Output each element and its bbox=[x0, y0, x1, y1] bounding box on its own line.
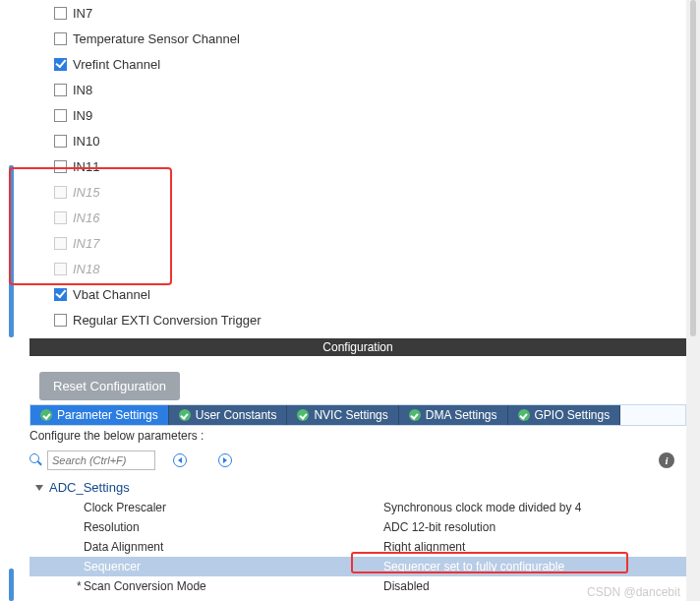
checkbox bbox=[54, 186, 67, 199]
tab-user-constants[interactable]: User Constants bbox=[169, 405, 288, 425]
channel-item: IN16 bbox=[54, 205, 686, 230]
channel-item: IN18 bbox=[54, 256, 686, 281]
tab-label: NVIC Settings bbox=[314, 408, 387, 422]
tree-node-label: ADC_Settings bbox=[49, 480, 130, 495]
modified-star-icon: * bbox=[77, 579, 82, 593]
channel-label: IN18 bbox=[73, 262, 99, 276]
checkbox bbox=[54, 237, 67, 250]
channel-label: IN7 bbox=[73, 6, 92, 21]
channel-item: IN9 bbox=[54, 102, 686, 128]
left-marker-1 bbox=[9, 165, 14, 337]
param-label: Sequencer bbox=[29, 560, 383, 573]
param-value: Right alignment bbox=[383, 540, 686, 554]
tab-label: DMA Settings bbox=[426, 408, 497, 422]
info-icon[interactable]: i bbox=[659, 452, 674, 468]
search-row: i bbox=[29, 451, 686, 470]
configuration-header: Configuration bbox=[29, 338, 686, 356]
configure-hint: Configure the below parameters : bbox=[29, 429, 204, 443]
param-row[interactable]: SequencerSequencer set to fully configur… bbox=[29, 557, 686, 576]
left-marker-2 bbox=[9, 569, 14, 601]
search-prev-button[interactable] bbox=[173, 453, 187, 467]
channel-label: IN17 bbox=[73, 236, 99, 251]
scrollbar-track[interactable] bbox=[686, 0, 700, 601]
channel-label: Vrefint Channel bbox=[73, 57, 160, 72]
channel-item: IN10 bbox=[54, 128, 686, 153]
channel-item: Regular EXTI Conversion Trigger bbox=[54, 307, 686, 332]
tab-label: Parameter Settings bbox=[57, 408, 158, 422]
checkbox[interactable] bbox=[54, 135, 67, 148]
param-row[interactable]: ResolutionADC 12-bit resolution bbox=[29, 517, 686, 537]
check-icon bbox=[40, 409, 52, 421]
channel-label: IN11 bbox=[73, 159, 99, 174]
reset-configuration-button[interactable]: Reset Configuration bbox=[39, 372, 180, 400]
checkbox[interactable] bbox=[54, 288, 67, 301]
channel-item: IN8 bbox=[54, 77, 686, 102]
channel-label: IN15 bbox=[73, 185, 99, 200]
param-value: Synchronous clock mode divided by 4 bbox=[383, 501, 686, 514]
checkbox bbox=[54, 263, 67, 275]
search-next-button[interactable] bbox=[218, 453, 232, 467]
channel-item: IN7 bbox=[54, 0, 686, 26]
param-row[interactable]: Data AlignmentRight alignment bbox=[29, 537, 686, 557]
check-icon bbox=[409, 409, 421, 421]
tab-parameter-settings[interactable]: Parameter Settings bbox=[30, 405, 169, 425]
channel-label: IN16 bbox=[73, 210, 99, 225]
tree-node-adc-settings[interactable]: ADC_Settings bbox=[29, 477, 686, 498]
channel-item: Vrefint Channel bbox=[54, 51, 686, 77]
channel-label: IN8 bbox=[73, 83, 92, 97]
checkbox[interactable] bbox=[54, 314, 67, 327]
tab-label: GPIO Settings bbox=[535, 408, 611, 422]
settings-tabs: Parameter Settings User Constants NVIC S… bbox=[29, 404, 686, 426]
param-label: Resolution bbox=[29, 520, 383, 534]
checkbox[interactable] bbox=[54, 160, 67, 173]
channel-label: Temperature Sensor Channel bbox=[73, 31, 240, 46]
checkbox[interactable] bbox=[54, 32, 67, 45]
tab-label: User Constants bbox=[196, 408, 277, 422]
tab-nvic-settings[interactable]: NVIC Settings bbox=[287, 405, 398, 425]
check-icon bbox=[179, 409, 191, 421]
left-margin bbox=[0, 0, 14, 601]
check-icon bbox=[518, 409, 530, 421]
checkbox[interactable] bbox=[54, 84, 67, 96]
channel-label: IN10 bbox=[73, 134, 99, 149]
channel-item: IN11 bbox=[54, 153, 686, 179]
tab-gpio-settings[interactable]: GPIO Settings bbox=[508, 405, 621, 425]
channel-item: Temperature Sensor Channel bbox=[54, 26, 686, 51]
checkbox bbox=[54, 211, 67, 224]
checkbox[interactable] bbox=[54, 58, 67, 71]
parameter-tree: ADC_Settings Clock PrescalerSynchronous … bbox=[29, 477, 686, 596]
channel-item: Vbat Channel bbox=[54, 281, 686, 307]
chevron-down-icon bbox=[35, 485, 43, 491]
param-row[interactable]: Clock PrescalerSynchronous clock mode di… bbox=[29, 498, 686, 517]
param-label: Scan Conversion Mode bbox=[29, 579, 383, 593]
channel-list: IN7Temperature Sensor ChannelVrefint Cha… bbox=[29, 0, 686, 332]
search-icon bbox=[29, 453, 43, 467]
search-input[interactable] bbox=[47, 451, 155, 470]
tab-dma-settings[interactable]: DMA Settings bbox=[399, 405, 508, 425]
watermark: CSDN @dancebit bbox=[587, 585, 680, 599]
channel-item: IN17 bbox=[54, 230, 686, 256]
channel-label: Vbat Channel bbox=[73, 287, 150, 302]
channel-label: Regular EXTI Conversion Trigger bbox=[73, 313, 261, 328]
param-value: ADC 12-bit resolution bbox=[383, 520, 686, 534]
param-value: Sequencer set to fully configurable bbox=[383, 560, 686, 573]
param-label: Clock Prescaler bbox=[29, 501, 383, 514]
channel-label: IN9 bbox=[73, 108, 92, 123]
channel-item: IN15 bbox=[54, 179, 686, 205]
checkbox[interactable] bbox=[54, 7, 67, 20]
check-icon bbox=[297, 409, 309, 421]
param-label: Data Alignment bbox=[29, 540, 383, 554]
scrollbar-thumb[interactable] bbox=[690, 0, 696, 336]
checkbox[interactable] bbox=[54, 109, 67, 122]
